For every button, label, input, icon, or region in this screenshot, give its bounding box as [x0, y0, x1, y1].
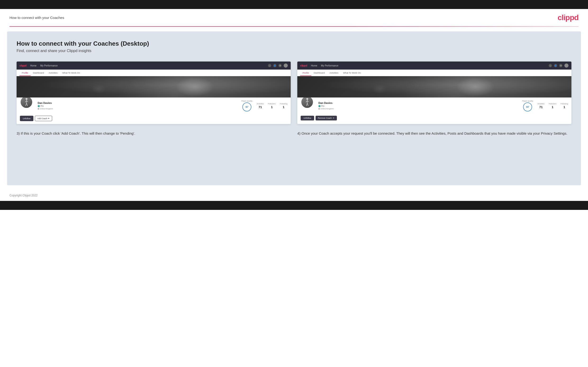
header-title: How to connect with your Coaches — [9, 16, 64, 20]
unfollow-button-left[interactable]: Unfollow — [20, 116, 33, 121]
mock-location-text-left: United Kingdom — [40, 108, 53, 110]
user-icon-left[interactable]: 👤 — [273, 64, 277, 67]
remove-coach-button[interactable]: Remove Coach ✕ — [316, 116, 337, 120]
mock-profile-section-left: Dan Davies Pro United Kingdom Player Qua… — [17, 98, 291, 114]
mock-location-text-right: United Kingdom — [320, 108, 334, 110]
search-icon-right[interactable]: ⌕ — [549, 64, 552, 67]
activities-label-right: Activities — [537, 103, 545, 105]
mock-nav-performance-left: My Performance — [40, 64, 58, 67]
verified-icon-left — [38, 105, 40, 107]
verified-icon-right — [318, 105, 320, 107]
settings-icon-right[interactable]: ⚙ — [559, 64, 562, 67]
mock-actions-left: Unfollow Add Coach + — [17, 114, 291, 124]
user-icon-right[interactable]: 👤 — [554, 64, 557, 67]
mock-hero-right — [297, 76, 571, 98]
unfollow-button-right[interactable]: Unfollow — [301, 116, 314, 120]
tab-what-to-work-on-left[interactable]: What To Work On — [60, 70, 82, 76]
svg-line-4 — [26, 103, 26, 106]
golfer-icon-left — [23, 98, 30, 107]
mock-avatar-img-right — [301, 96, 313, 108]
mock-app-left: clippd Home My Performance ⌕ 👤 ⚙ Profile… — [17, 61, 291, 124]
svg-point-6 — [306, 98, 308, 100]
svg-point-0 — [26, 98, 27, 100]
tab-profile-right[interactable]: Profile — [300, 70, 311, 76]
footer: Copyright Clippd 2022 — [0, 190, 588, 201]
stat-quality-right: Player Quality 97 — [522, 100, 533, 111]
location-icon-right — [318, 108, 320, 109]
following-value-left: 1 — [283, 105, 285, 109]
mock-logo-left: clippd — [19, 64, 26, 67]
tab-dashboard-left[interactable]: Dashboard — [31, 70, 46, 76]
mock-app-right: clippd Home My Performance ⌕ 👤 ⚙ Profile… — [297, 61, 571, 123]
stat-following-right: Following 1 — [561, 103, 568, 109]
settings-icon-left[interactable]: ⚙ — [278, 64, 282, 67]
search-icon-left[interactable]: ⌕ — [268, 64, 271, 67]
page-heading: How to connect with your Coaches (Deskto… — [17, 40, 571, 47]
screenshots-row: clippd Home My Performance ⌕ 👤 ⚙ Profile… — [17, 61, 571, 124]
mock-location-left: United Kingdom — [38, 108, 53, 110]
mock-hero-left — [17, 76, 291, 98]
mock-logo-right: clippd — [300, 64, 307, 67]
tab-activities-left[interactable]: Activities — [46, 70, 60, 76]
mock-hero-overlay-left — [17, 76, 291, 98]
mock-stats-right: Player Quality 97 Activities 71 Follower… — [522, 100, 568, 111]
golfer-icon-right — [304, 98, 311, 107]
mock-user-name-right: Dan Davies — [318, 101, 334, 104]
quality-circle-right: 97 — [523, 102, 532, 111]
svg-line-10 — [306, 103, 307, 106]
add-coach-button-left[interactable]: Add Coach + — [35, 116, 52, 121]
mock-user-info-left: Dan Davies Pro United Kingdom — [38, 101, 53, 110]
mock-badge-text-left: Pro — [41, 105, 43, 107]
stat-activities-left: Activities 71 — [257, 103, 264, 109]
header-divider — [9, 26, 579, 27]
plus-icon-left: + — [48, 117, 50, 120]
mock-tabs-left: Profile Dashboard Activities What To Wor… — [17, 70, 291, 76]
mock-user-badge-left: Pro — [38, 105, 53, 107]
mock-nav-right: clippd Home My Performance ⌕ 👤 ⚙ — [297, 61, 571, 70]
followers-value-left: 1 — [271, 105, 273, 109]
tab-dashboard-right[interactable]: Dashboard — [311, 70, 327, 76]
avatar-right[interactable] — [564, 63, 569, 68]
mock-tabs-right: Profile Dashboard Activities What To Wor… — [297, 70, 571, 76]
tab-what-to-work-on-right[interactable]: What To Work On — [341, 70, 363, 76]
mock-actions-right: Unfollow Remove Coach ✕ — [297, 114, 571, 123]
mock-avatar-img-left — [21, 96, 32, 108]
mock-nav-home-left: Home — [30, 64, 36, 67]
remove-coach-label: Remove Coach — [318, 117, 332, 119]
tab-profile-left[interactable]: Profile — [19, 70, 31, 76]
mock-user-info-right: Dan Davies Pro United Kingdom — [318, 101, 334, 110]
mock-profile-section-right: Dan Davies Pro United Kingdom Player Qua… — [297, 98, 571, 114]
location-icon-left — [38, 108, 39, 109]
close-icon-remove: ✕ — [333, 117, 335, 119]
avatar-left[interactable] — [284, 63, 288, 68]
tab-activities-right[interactable]: Activities — [327, 70, 340, 76]
mock-location-right: United Kingdom — [318, 108, 334, 110]
bottom-bar — [0, 201, 588, 210]
screenshot-right: clippd Home My Performance ⌕ 👤 ⚙ Profile… — [297, 61, 571, 124]
followers-value-right: 1 — [552, 105, 553, 109]
followers-label-right: Followers — [549, 103, 556, 105]
mock-nav-left: clippd Home My Performance ⌕ 👤 ⚙ — [17, 61, 291, 70]
mock-nav-icons-right: ⌕ 👤 ⚙ — [549, 63, 569, 68]
copyright-text: Copyright Clippd 2022 — [9, 194, 38, 197]
top-bar — [0, 0, 588, 9]
mock-hero-overlay-right — [297, 76, 571, 98]
svg-line-11 — [307, 103, 308, 106]
mock-user-name-left: Dan Davies — [38, 101, 53, 104]
stat-followers-left: Followers 1 — [268, 103, 276, 109]
caption-row: 3) If this is your Coach click 'Add Coac… — [17, 131, 571, 136]
stat-quality-left: Player Quality 97 — [242, 100, 252, 111]
main-content: How to connect with your Coaches (Deskto… — [7, 32, 581, 185]
quality-label-right: Player Quality — [522, 100, 533, 102]
activities-label-left: Activities — [257, 103, 264, 105]
stat-activities-right: Activities 71 — [537, 103, 545, 109]
followers-label-left: Followers — [268, 103, 276, 105]
caption-left: 3) If this is your Coach click 'Add Coac… — [17, 131, 291, 136]
mock-user-badge-right: Pro — [318, 105, 334, 107]
add-coach-label-left: Add Coach — [37, 117, 47, 120]
stat-following-left: Following 1 — [280, 103, 287, 109]
page-subheading: Find, connect and share your Clippd insi… — [17, 49, 571, 53]
caption-right: 4) Once your Coach accepts your request … — [297, 131, 571, 136]
following-label-right: Following — [561, 103, 568, 105]
mock-nav-home-right: Home — [311, 64, 317, 67]
